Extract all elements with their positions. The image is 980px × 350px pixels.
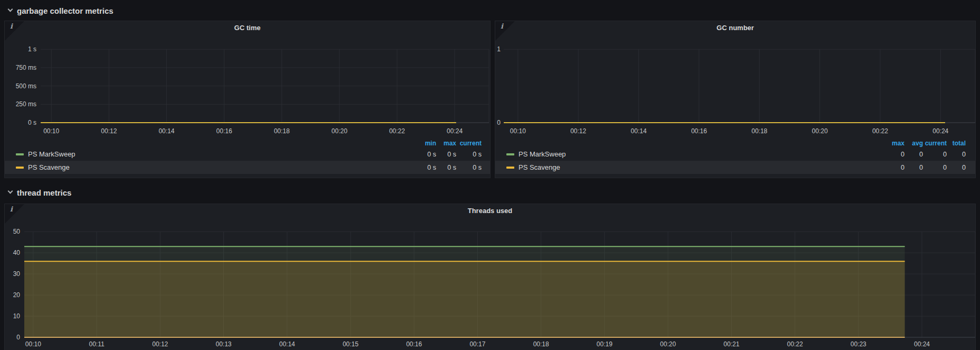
- panel-info-corner[interactable]: i: [5, 21, 24, 41]
- y-axis-label: 0: [16, 334, 20, 341]
- y-axis-label: 30: [13, 270, 21, 278]
- panel-info-corner[interactable]: i: [5, 204, 24, 224]
- x-axis-label: 00:18: [533, 340, 549, 348]
- legend-row: PS Scavenge0 s0 s0 s: [5, 161, 490, 174]
- x-axis-label: 00:22: [787, 340, 803, 348]
- info-icon: i: [10, 205, 13, 213]
- legend-column-header-avg[interactable]: avg: [904, 140, 923, 147]
- x-axis-label: 00:23: [851, 340, 866, 348]
- x-axis-label: 00:22: [389, 127, 405, 135]
- x-axis-label: 00:20: [332, 127, 347, 135]
- legend-value: 0: [883, 151, 904, 158]
- chevron-down-icon: [8, 7, 13, 12]
- legend-row: PS Scavenge0000: [495, 161, 975, 174]
- y-axis-label: 0: [497, 119, 501, 126]
- legend-series-name[interactable]: PS Scavenge: [519, 163, 560, 171]
- legend-value: 0: [923, 164, 947, 171]
- x-axis-label: 00:24: [932, 127, 948, 135]
- panel-gc-number: i GC number 00:1000:1200:1400:1600:1800:…: [495, 21, 976, 178]
- legend-value: 0: [923, 151, 947, 158]
- legend-value: 0 s: [415, 164, 436, 171]
- legend-series-name[interactable]: PS MarkSweep: [28, 150, 76, 158]
- panel-gc-time: i GC time 00:1000:1200:1400:1600:1800:20…: [4, 21, 491, 178]
- panel-title[interactable]: Threads used: [5, 207, 975, 215]
- panel-info-corner[interactable]: i: [495, 21, 515, 41]
- x-axis-label: 00:16: [216, 127, 232, 135]
- legend-swatch-icon[interactable]: [506, 153, 514, 155]
- legend-swatch-icon[interactable]: [16, 167, 24, 169]
- legend-value: 0: [904, 151, 923, 158]
- legend-value: 0: [904, 164, 923, 171]
- y-axis-label: 40: [13, 249, 21, 256]
- legend-value: 0: [947, 151, 966, 158]
- x-axis-label: 00:24: [447, 127, 463, 135]
- legend-column-header-max[interactable]: max: [883, 140, 904, 147]
- y-axis-label: 250 ms: [16, 100, 36, 108]
- x-axis-label: 00:12: [152, 340, 168, 348]
- threads-used-chart[interactable]: 00:1000:1100:1200:1300:1400:1500:1600:17…: [5, 204, 976, 350]
- y-axis-label: 750 ms: [16, 64, 36, 71]
- x-axis-label: 00:16: [406, 340, 422, 348]
- legend-value: 0: [883, 164, 904, 171]
- grafana-dashboard: { "theme": { "page_bg": "#131418", "pane…: [0, 0, 980, 350]
- legend-series-name[interactable]: PS MarkSweep: [519, 150, 566, 158]
- x-axis-label: 00:14: [631, 127, 647, 135]
- x-axis-label: 00:10: [43, 127, 59, 135]
- legend-value: 0 s: [415, 151, 436, 158]
- legend-column-header-current[interactable]: current: [923, 140, 947, 147]
- x-axis-label: 00:15: [343, 340, 359, 348]
- x-axis-label: 00:16: [691, 127, 707, 135]
- x-axis-label: 00:18: [274, 127, 290, 135]
- y-axis-label: 0 s: [28, 119, 36, 126]
- gc-number-legend: maxavgcurrenttotalPS MarkSweep0000PS Sca…: [495, 139, 975, 174]
- section-header-thread-metrics[interactable]: thread metrics: [8, 186, 71, 199]
- x-axis-label: 00:14: [158, 127, 174, 135]
- info-icon: i: [501, 22, 503, 30]
- x-axis-label: 00:12: [570, 127, 586, 135]
- legend-value: 0 s: [456, 164, 482, 171]
- legend-column-header-max[interactable]: max: [436, 140, 456, 147]
- legend-value: 0 s: [436, 164, 456, 171]
- chevron-down-icon: [8, 189, 13, 194]
- legend-header: maxavgcurrenttotal: [495, 139, 975, 148]
- y-axis-label: 1: [497, 45, 501, 53]
- y-axis-label: 500 ms: [16, 82, 36, 90]
- x-axis-label: 00:12: [101, 127, 117, 135]
- panel-title[interactable]: GC time: [5, 24, 490, 32]
- panel-title[interactable]: GC number: [495, 24, 975, 32]
- y-axis-label: 10: [13, 312, 21, 320]
- legend-row: PS MarkSweep0 s0 s0 s: [5, 148, 490, 161]
- legend-column-header-total[interactable]: total: [947, 140, 966, 147]
- legend-value: 0: [947, 164, 966, 171]
- legend-column-header-current[interactable]: current: [456, 140, 482, 147]
- x-axis-label: 00:10: [25, 340, 41, 348]
- legend-column-header-min[interactable]: min: [415, 140, 436, 147]
- x-axis-label: 00:11: [89, 340, 104, 348]
- legend-value: 0 s: [436, 151, 456, 158]
- legend-value: 0 s: [456, 151, 482, 158]
- x-axis-label: 00:13: [215, 340, 231, 348]
- legend-row: PS MarkSweep0000: [495, 148, 975, 161]
- y-axis-label: 20: [13, 291, 21, 299]
- y-axis-label: 1 s: [28, 45, 36, 53]
- gc-time-legend: minmaxcurrentPS MarkSweep0 s0 s0 sPS Sca…: [5, 139, 490, 174]
- x-axis-label: 00:10: [510, 127, 526, 135]
- y-axis-label: 50: [13, 228, 21, 235]
- x-axis-label: 00:18: [751, 127, 767, 135]
- legend-swatch-icon[interactable]: [506, 167, 514, 169]
- legend-swatch-icon[interactable]: [16, 153, 24, 155]
- x-axis-label: 00:21: [723, 340, 739, 348]
- series-fill: [24, 261, 905, 337]
- legend-series-name[interactable]: PS Scavenge: [28, 163, 70, 171]
- x-axis-label: 00:24: [914, 340, 930, 348]
- x-axis-label: 00:14: [279, 340, 295, 348]
- panel-threads-used: i Threads used 00:1000:1100:1200:1300:14…: [4, 204, 976, 350]
- section-title: thread metrics: [17, 188, 71, 197]
- info-icon: i: [10, 22, 13, 30]
- legend-header: minmaxcurrent: [5, 139, 490, 148]
- section-title: garbage collector metrics: [17, 6, 114, 15]
- section-header-garbage-collector-metrics[interactable]: garbage collector metrics: [8, 4, 114, 17]
- x-axis-label: 00:17: [469, 340, 485, 348]
- x-axis-label: 00:19: [597, 340, 612, 348]
- x-axis-label: 00:20: [812, 127, 828, 135]
